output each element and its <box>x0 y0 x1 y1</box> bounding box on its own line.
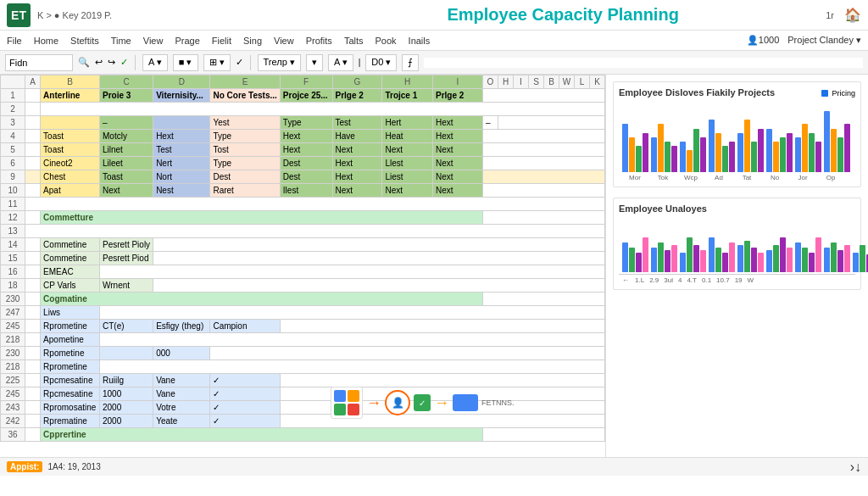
fx-btn[interactable]: ⨍ <box>402 54 419 71</box>
search-icon[interactable]: 🔍 <box>78 57 90 68</box>
bottom-bar-group-0 <box>622 237 648 272</box>
cell-c1[interactable]: Proie 3 <box>99 89 153 103</box>
home-icon[interactable]: 🏠 <box>844 7 861 23</box>
menu-profits[interactable]: Profits <box>306 36 332 46</box>
scroll-down-icon[interactable]: ↓ <box>854 460 861 475</box>
bottom-bar <box>844 245 850 272</box>
cell-d1[interactable]: Viternisity... <box>153 89 210 103</box>
bar <box>837 137 843 172</box>
font-btn[interactable]: A ▾ <box>142 54 168 71</box>
bar <box>643 133 648 172</box>
col-a[interactable]: A <box>25 75 41 89</box>
bottom-bar <box>665 250 670 272</box>
menu-home[interactable]: Home <box>34 36 58 46</box>
menu-time[interactable]: Time <box>111 36 131 46</box>
bottom-bar <box>693 245 699 272</box>
col-i2[interactable]: I <box>514 75 529 89</box>
cell-i1[interactable]: Prlge 2 <box>433 89 483 103</box>
col-g[interactable]: G <box>332 75 382 89</box>
table-row: 4 Toast Motcly Hext Type Hext Have Heat … <box>1 130 605 143</box>
table-row: 3 – Yest Type Test Hert Hext – <box>1 116 605 130</box>
font-select[interactable]: Trелр ▾ <box>258 54 301 71</box>
menu-view[interactable]: View <box>143 36 164 46</box>
x-label: Tok <box>650 174 676 181</box>
bar <box>751 142 757 172</box>
cell-h1[interactable]: Trojce 1 <box>382 89 433 103</box>
bar <box>815 142 821 172</box>
table-row: 5 Toast Lilnet Test Tost Hext Next Next … <box>1 143 605 157</box>
col-s[interactable]: S <box>529 75 544 89</box>
page-title: Employee Capacity Planning <box>300 5 826 25</box>
menu-fielit[interactable]: Fielit <box>212 36 231 46</box>
cell-a2[interactable] <box>25 103 41 116</box>
col-d[interactable]: D <box>153 75 210 89</box>
bottom-bar-group-3 <box>709 237 735 272</box>
bar <box>693 129 699 172</box>
undo-icon[interactable]: ↩ <box>95 57 103 68</box>
menu-steftits[interactable]: Steftits <box>70 36 99 46</box>
cell-g1[interactable]: Prlge 2 <box>332 89 382 103</box>
table-row: 36 Cpprertine <box>1 428 605 442</box>
table-row: 6 Cineot2 Lileet Nert Type Dest Hext Lle… <box>1 157 605 170</box>
col-o[interactable]: O <box>483 75 498 89</box>
menu-inails[interactable]: Inails <box>409 36 431 46</box>
cell-e1[interactable]: No Core Tests... <box>210 89 280 103</box>
col-e[interactable]: E <box>210 75 280 89</box>
bottom-x-label: 3ul <box>664 276 673 284</box>
align-btn[interactable]: A ▾ <box>328 54 353 71</box>
check-icon[interactable]: ✓ <box>120 57 128 68</box>
bottom-bar <box>837 250 843 272</box>
size-btn[interactable]: ▾ <box>306 54 323 71</box>
cell-b1[interactable]: Anterline <box>41 89 100 103</box>
workflow-icon-3 <box>334 404 346 415</box>
formula-input[interactable] <box>424 58 863 68</box>
bottom-bar <box>766 250 772 272</box>
col-h2[interactable]: H <box>498 75 514 89</box>
table-row: 14 Commetine Pesrett Pioly <box>1 238 605 252</box>
table-row: 225 Rpcmesatine Ruiilg Vane ✓ <box>1 374 605 387</box>
cell-a1[interactable] <box>25 89 41 103</box>
bottom-bar-group-2 <box>680 237 706 272</box>
bottom-bar <box>687 237 693 272</box>
border-btn[interactable]: ⊞ ▾ <box>203 54 231 71</box>
bottom-x-label: 4.T <box>687 276 697 284</box>
col-i[interactable]: I <box>433 75 483 89</box>
x-label: Mor <box>622 174 648 181</box>
bar <box>622 124 628 172</box>
col-c[interactable]: C <box>99 75 153 89</box>
format-btn[interactable]: ■ ▾ <box>173 54 198 71</box>
menu-file[interactable]: File <box>7 36 22 46</box>
redo-icon[interactable]: ↪ <box>108 57 115 68</box>
cell-name-box[interactable] <box>5 54 73 71</box>
col-l[interactable]: L <box>575 75 590 89</box>
col-w[interactable]: W <box>559 75 575 89</box>
table-row: 18 CP Varls Wrnent <box>1 279 605 293</box>
d0-btn[interactable]: D0 ▾ <box>365 54 397 71</box>
col-k[interactable]: K <box>590 75 605 89</box>
status-value: 1A4: 19, 2013 <box>47 462 100 471</box>
bottom-x-label: 1.L <box>635 276 644 284</box>
project-selector[interactable]: Project Clandey ▾ <box>787 35 861 46</box>
menu-prage[interactable]: Prage <box>175 36 199 46</box>
bar <box>722 146 728 172</box>
menu-view2[interactable]: View <box>274 36 294 46</box>
cell-f1[interactable]: Projce 25... <box>280 89 332 103</box>
col-b[interactable]: B <box>41 75 100 89</box>
workflow-circle: 👤 <box>385 390 410 415</box>
menu-sing[interactable]: Sing <box>243 36 262 46</box>
x-label: Wcp <box>678 174 704 181</box>
table-row: 230 Rpometine 000 <box>1 347 605 360</box>
col-h[interactable]: H <box>382 75 433 89</box>
toolbar: 🔍 ↩ ↪ ✓ A ▾ ■ ▾ ⊞ ▾ ✓ Trелр ▾ ▾ A ▾ | D0… <box>0 51 868 75</box>
bottom-bar <box>629 248 635 272</box>
col-f[interactable]: F <box>280 75 332 89</box>
bottom-bar <box>787 248 793 272</box>
spreadsheet: A B C D E F G H I O H I S B W L K <box>0 75 605 457</box>
check2-icon[interactable]: ✓ <box>236 57 243 68</box>
bar <box>773 142 779 172</box>
table-row: 16 EMEAC <box>1 265 605 279</box>
bottom-bar <box>824 248 830 272</box>
menu-pook[interactable]: Pook <box>376 36 397 46</box>
menu-talts[interactable]: Talts <box>344 36 364 46</box>
col-b2[interactable]: B <box>544 75 559 89</box>
